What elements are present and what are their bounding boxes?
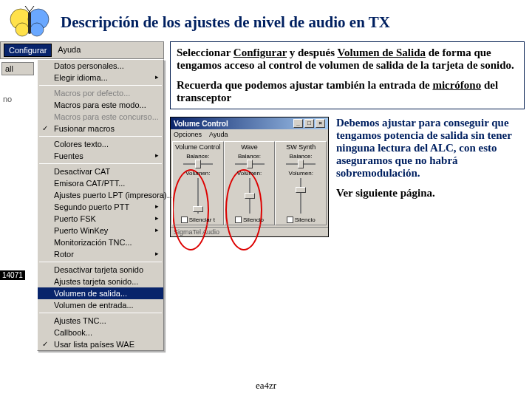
volume-label: Volumen: bbox=[174, 170, 222, 177]
channel-name: Volume Control bbox=[174, 143, 222, 151]
t: Seleccionar bbox=[177, 47, 233, 58]
balance-slider[interactable] bbox=[286, 160, 316, 168]
volume-control-window: Volume Control _ □ × Opciones Ayuda Volu… bbox=[170, 117, 329, 237]
volume-channel: Volume ControlBalance:Volumen:Silenciar … bbox=[172, 141, 224, 225]
menu-item[interactable]: Puerto FSK bbox=[38, 213, 163, 225]
t: Configurar bbox=[233, 47, 287, 58]
menu-item[interactable]: Segundo puerto PTT bbox=[38, 201, 163, 213]
t: micrófono bbox=[432, 79, 481, 91]
menu-item[interactable]: Volumen de salida... bbox=[38, 287, 163, 299]
menu-configurar[interactable]: Configurar bbox=[4, 44, 52, 57]
t: Volumen de Salida bbox=[338, 47, 426, 58]
volume-slider[interactable] bbox=[194, 178, 202, 214]
instruction-box: Seleccionar Configurar y después Volumen… bbox=[170, 41, 525, 109]
side-label-no: no bbox=[1, 93, 13, 105]
minimize-icon[interactable]: _ bbox=[293, 119, 303, 128]
vol-menu-options[interactable]: Opciones bbox=[174, 131, 202, 138]
menu-item[interactable]: Rotor bbox=[38, 248, 163, 260]
channel-name: SW Synth bbox=[277, 143, 324, 151]
volume-menubar: Opciones Ayuda bbox=[171, 129, 328, 140]
paragraph: Ver siguiente página. bbox=[336, 187, 525, 200]
footer-callsign: ea4zr bbox=[0, 380, 532, 392]
volume-channel: WaveBalance:Volumen:Silencio bbox=[224, 141, 276, 225]
svg-rect-4 bbox=[28, 12, 31, 34]
channel-name: Wave bbox=[226, 143, 273, 151]
menu-item[interactable]: Puerto WinKey bbox=[38, 225, 163, 236]
menu-ayuda[interactable]: Ayuda bbox=[53, 44, 85, 57]
menu-item[interactable]: Ajustes tarjeta sonido... bbox=[38, 276, 163, 287]
balance-label: Balance: bbox=[174, 153, 222, 160]
menu-item[interactable]: Desactivar CAT bbox=[38, 166, 163, 177]
menu-item[interactable]: Desactivar tarjeta sonido bbox=[38, 264, 163, 276]
menu-item[interactable]: Macros para este concurso... bbox=[38, 111, 163, 123]
page-title: Descripción de los ajustes de nivel de a… bbox=[61, 13, 390, 32]
maximize-icon[interactable]: □ bbox=[304, 119, 314, 128]
volume-label: Volumen: bbox=[277, 170, 324, 177]
menu-item[interactable]: Volumen de entrada... bbox=[38, 299, 163, 311]
menu-item[interactable]: Ajustes puerto LPT (impresora)... bbox=[38, 189, 163, 201]
svg-point-2 bbox=[16, 23, 29, 36]
menu-item[interactable]: Ajustes TNC... bbox=[38, 315, 163, 327]
t: Recuerda que podemos ajustar también la … bbox=[177, 79, 432, 91]
mute-checkbox[interactable]: Silenciar t bbox=[174, 216, 222, 223]
volume-slider[interactable] bbox=[296, 178, 305, 214]
balance-label: Balance: bbox=[226, 153, 273, 160]
left-column: Configurar Ayuda all no 14071 Datos pers… bbox=[0, 41, 164, 351]
mute-checkbox[interactable]: Silencio bbox=[226, 216, 273, 223]
menu-item[interactable]: Emisora CAT/PTT... bbox=[38, 177, 163, 189]
menu-item[interactable]: Colores texto... bbox=[38, 138, 163, 150]
menu-item[interactable]: Callbook... bbox=[38, 327, 163, 338]
window-titlebar: Volume Control _ □ × bbox=[171, 117, 328, 129]
menu-item[interactable]: Macros para este modo... bbox=[38, 99, 163, 111]
app-menubar: Configurar Ayuda bbox=[0, 41, 164, 59]
side-label-all: all bbox=[1, 62, 34, 75]
right-text: Debemos ajustar para conseguir que tenga… bbox=[336, 117, 525, 237]
volume-label: Volumen: bbox=[226, 170, 273, 177]
volume-slider[interactable] bbox=[245, 178, 254, 214]
balance-slider[interactable] bbox=[235, 160, 265, 168]
close-icon[interactable]: × bbox=[316, 119, 325, 128]
balance-slider[interactable] bbox=[183, 160, 213, 168]
mute-checkbox[interactable]: Silencio bbox=[277, 216, 324, 223]
menu-item[interactable]: Usar lista países WAE bbox=[38, 338, 163, 350]
menu-item[interactable]: Fuentes bbox=[38, 150, 163, 162]
svg-point-3 bbox=[30, 23, 44, 36]
volume-channel: SW SynthBalance:Volumen:Silencio bbox=[275, 141, 327, 225]
menu-item[interactable]: Datos personales... bbox=[38, 60, 163, 72]
menu-item[interactable]: Monitorización TNC... bbox=[38, 236, 163, 248]
paragraph: Debemos ajustar para conseguir que tenga… bbox=[336, 117, 525, 180]
menu-item[interactable]: Elegir idioma... bbox=[38, 72, 163, 83]
window-title: Volume Control bbox=[174, 120, 228, 128]
configurar-dropdown: Datos personales...Elegir idioma...Macro… bbox=[37, 59, 164, 351]
butterfly-logo-icon bbox=[9, 6, 50, 38]
freq-display: 14071 bbox=[0, 270, 25, 280]
menu-item[interactable]: Fusionar macros bbox=[38, 123, 163, 134]
t: y después bbox=[287, 47, 338, 58]
status-bar: SigmaTel Audio bbox=[171, 227, 328, 236]
vol-menu-help[interactable]: Ayuda bbox=[209, 131, 228, 138]
balance-label: Balance: bbox=[277, 153, 324, 160]
menu-item[interactable]: Macros por defecto... bbox=[38, 87, 163, 99]
